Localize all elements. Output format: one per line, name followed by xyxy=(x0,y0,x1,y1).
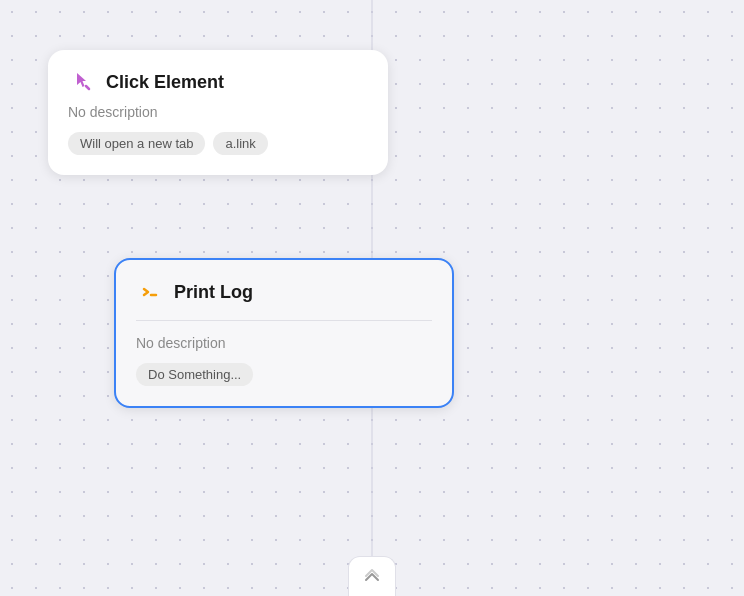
tag-alink: a.link xyxy=(213,132,267,155)
click-element-title: Click Element xyxy=(106,72,224,93)
terminal-icon xyxy=(136,278,164,306)
click-element-tag-row: Will open a new tab a.link xyxy=(68,132,368,155)
click-element-description: No description xyxy=(68,104,368,120)
tag-do-something: Do Something... xyxy=(136,363,253,386)
chevron-up-icon xyxy=(362,569,382,585)
print-log-tag-row: Do Something... xyxy=(136,363,432,386)
print-log-header: Print Log xyxy=(136,278,432,321)
svg-line-0 xyxy=(86,86,89,89)
click-element-icon xyxy=(68,68,96,96)
tag-new-tab: Will open a new tab xyxy=(68,132,205,155)
card-header: Click Element xyxy=(68,68,368,96)
canvas-area: Click Element No description Will open a… xyxy=(0,0,744,596)
print-log-description: No description xyxy=(136,335,432,351)
collapse-button[interactable] xyxy=(348,556,396,596)
click-element-card: Click Element No description Will open a… xyxy=(48,50,388,175)
print-log-card[interactable]: Print Log No description Do Something... xyxy=(114,258,454,408)
print-log-title: Print Log xyxy=(174,282,253,303)
